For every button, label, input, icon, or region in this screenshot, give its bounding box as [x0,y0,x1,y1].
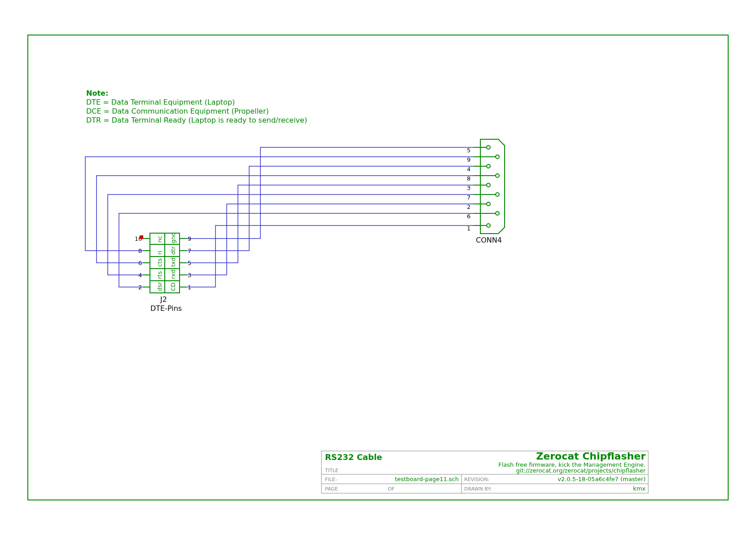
svg-text:dsr: dsr [156,282,163,291]
svg-text:DTE-Pins: DTE-Pins [150,304,182,313]
svg-point-67 [487,224,490,227]
j2-header: CD rxd txd dtr gnd dsr rts cts ri nc 1 3… [135,232,191,313]
svg-text:4: 4 [467,166,470,172]
nc-marker [140,235,143,239]
conn4-db9: 5 9 4 8 3 7 2 6 1 CONN4 [467,139,505,244]
svg-text:gnd: gnd [170,232,176,243]
note-title: Note: [86,89,108,97]
svg-text:cts: cts [156,258,163,267]
svg-text:nc: nc [156,236,163,243]
svg-text:1: 1 [467,225,470,232]
svg-text:TITLE: TITLE [325,468,338,473]
svg-text:CONN4: CONN4 [476,236,502,244]
svg-text:8: 8 [467,175,470,182]
svg-text:git://zerocat.org/zerocat/proj: git://zerocat.org/zerocat/projects/chipf… [516,467,646,474]
title-block: RS232 Cable Zerocat Chipflasher Flash fr… [321,451,648,493]
svg-text:rxd: rxd [170,270,176,279]
svg-text:v2.0.5-18-05a6c4fe7 (master): v2.0.5-18-05a6c4fe7 (master) [558,476,646,482]
svg-text:2: 2 [467,203,470,210]
svg-text:dtr: dtr [170,246,176,255]
svg-text:CD: CD [170,283,176,291]
svg-point-57 [496,193,499,196]
svg-text:txd: txd [170,257,176,267]
svg-text:7: 7 [467,194,470,201]
svg-text:9: 9 [467,156,470,163]
svg-text:OF: OF [388,486,395,492]
svg-point-60 [487,202,490,206]
svg-text:DRAWN BY:: DRAWN BY: [464,486,492,492]
svg-point-50 [496,174,499,177]
svg-point-46 [487,164,490,168]
svg-text:rts: rts [156,271,163,279]
note-line2: DCE = Data Communication Equipment (Prop… [86,107,269,115]
svg-point-39 [487,146,490,149]
note-line3: DTR = Data Terminal Ready (Laptop is rea… [86,116,307,124]
svg-text:kmx: kmx [633,485,646,492]
svg-text:6: 6 [467,213,470,220]
svg-text:5: 5 [467,147,470,154]
svg-text:RS232 Cable: RS232 Cable [325,452,382,462]
svg-text:REVISION:: REVISION: [464,477,489,482]
svg-text:testboard-page11.sch: testboard-page11.sch [395,476,459,482]
svg-text:J2: J2 [160,295,167,304]
svg-point-43 [496,155,499,159]
svg-point-53 [487,183,490,187]
svg-text:PAGE: PAGE [325,486,338,492]
note-line1: DTE = Data Terminal Equipment (Laptop) [86,98,235,106]
schematic-canvas: Note: DTE = Data Terminal Equipment (Lap… [0,0,756,535]
svg-text:3: 3 [467,185,470,191]
svg-point-64 [496,212,499,215]
svg-text:ri: ri [156,251,163,255]
svg-text:FILE:: FILE: [325,477,337,482]
svg-text:Zerocat Chipflasher: Zerocat Chipflasher [536,451,646,462]
wires [85,147,474,287]
